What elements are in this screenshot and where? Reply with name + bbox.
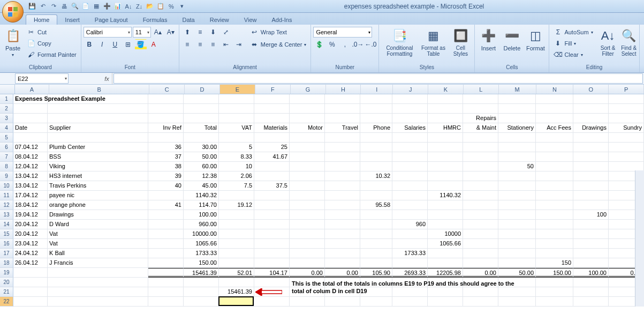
cell-B5[interactable]	[48, 133, 148, 143]
cell-N13[interactable]	[536, 210, 573, 220]
cell-J6[interactable]	[392, 143, 428, 152]
cell-P1[interactable]	[609, 94, 644, 104]
cell-O19[interactable]: 100.00	[573, 268, 609, 278]
cell-H18[interactable]	[325, 258, 360, 268]
cell-F7[interactable]: 41.67	[254, 152, 290, 162]
cell-H10[interactable]	[325, 181, 360, 191]
cell-L10[interactable]	[463, 181, 498, 191]
cell-A7[interactable]: 08.04.12	[13, 152, 48, 162]
cell-A21[interactable]	[13, 287, 48, 297]
cell-D2[interactable]	[184, 104, 219, 114]
cell-F18[interactable]	[254, 258, 290, 268]
cell-K6[interactable]	[428, 143, 463, 152]
cell-H4[interactable]: Travel	[325, 123, 360, 133]
cell-L19[interactable]: 0.00	[463, 268, 498, 278]
cell-M19[interactable]: 50.00	[498, 268, 536, 278]
row-header-14[interactable]: 14	[0, 220, 13, 229]
cell-F8[interactable]	[254, 162, 290, 171]
cell-J4[interactable]: Salaries	[392, 123, 428, 133]
cell-D14[interactable]: 960.00	[184, 220, 219, 229]
cell-H8[interactable]	[325, 162, 360, 171]
cell-H12[interactable]	[325, 200, 360, 210]
redo-icon[interactable]: ↷	[49, 2, 58, 11]
cell-E13[interactable]	[219, 210, 254, 220]
cell-A5[interactable]	[13, 133, 48, 143]
cell-C2[interactable]	[148, 104, 184, 114]
cell-F17[interactable]	[254, 249, 290, 258]
cell-H5[interactable]	[325, 133, 360, 143]
cell-B17[interactable]: K Ball	[48, 249, 148, 258]
cell-M15[interactable]	[498, 229, 536, 239]
cell-I18[interactable]	[360, 258, 392, 268]
cell-L9[interactable]	[463, 171, 498, 181]
row-header-2[interactable]: 2	[0, 104, 13, 114]
cell-M9[interactable]	[498, 171, 536, 181]
border-button[interactable]: ⊞	[122, 39, 134, 50]
cell-O10[interactable]	[573, 181, 609, 191]
sort-desc-icon[interactable]: Z↓	[135, 2, 143, 11]
print-icon[interactable]: 🖶	[60, 2, 69, 11]
align-right-button[interactable]: ≡	[207, 39, 219, 50]
cell-M14[interactable]	[498, 220, 536, 229]
cell-G12[interactable]	[290, 200, 325, 210]
formula-input[interactable]	[113, 73, 643, 84]
cell-I3[interactable]	[360, 114, 392, 123]
tab-view[interactable]: View	[237, 15, 264, 25]
cell-L18[interactable]	[463, 258, 498, 268]
format-cells-button[interactable]: ◫Format	[524, 27, 547, 62]
cell-I6[interactable]	[360, 143, 392, 152]
column-header-K[interactable]: K	[428, 85, 464, 94]
cell-H16[interactable]	[325, 239, 360, 249]
cell-J5[interactable]	[392, 133, 428, 143]
select-all-corner[interactable]	[0, 85, 15, 94]
underline-button[interactable]: U	[109, 39, 121, 50]
cell-K1[interactable]	[428, 94, 463, 104]
cell-K15[interactable]: 10000	[428, 229, 463, 239]
cell-H6[interactable]	[325, 143, 360, 152]
name-box[interactable]: E22	[15, 73, 69, 84]
cell-M8[interactable]: 50	[498, 162, 536, 171]
cell-K17[interactable]	[428, 249, 463, 258]
cell-L5[interactable]	[463, 133, 498, 143]
cell-C19[interactable]	[148, 268, 184, 278]
cell-A1[interactable]: Expenses Spreadsheet Example	[13, 94, 48, 104]
cell-F6[interactable]: 25	[254, 143, 290, 152]
row-header-20[interactable]: 20	[0, 278, 13, 287]
cell-H9[interactable]	[325, 171, 360, 181]
cell-P7[interactable]	[609, 152, 644, 162]
cell-K7[interactable]	[428, 152, 463, 162]
cell-P2[interactable]	[609, 104, 644, 114]
cell-B9[interactable]: HS3 internet	[48, 171, 148, 181]
find-select-button[interactable]: 🔍Find & Select	[621, 27, 637, 62]
cell-J19[interactable]: 2693.33	[392, 268, 428, 278]
cell-O13[interactable]: 100	[573, 210, 609, 220]
cell-N12[interactable]	[536, 200, 573, 210]
column-header-N[interactable]: N	[536, 85, 574, 94]
cell-B6[interactable]: Plumb Center	[48, 143, 148, 152]
cell-H22[interactable]	[325, 297, 360, 307]
cell-K11[interactable]: 1140.32	[428, 191, 463, 200]
cell-G14[interactable]	[290, 220, 325, 229]
cell-I22[interactable]	[360, 297, 392, 307]
row-header-10[interactable]: 10	[0, 181, 13, 191]
cell-F19[interactable]: 104.17	[254, 268, 290, 278]
cell-O16[interactable]	[573, 239, 609, 249]
vertical-scrollbar[interactable]	[635, 170, 644, 307]
cell-B7[interactable]: BSS	[48, 152, 148, 162]
italic-button[interactable]: I	[96, 39, 108, 50]
cell-G16[interactable]	[290, 239, 325, 249]
column-header-I[interactable]: I	[361, 85, 393, 94]
cell-I13[interactable]	[360, 210, 392, 220]
cut-button[interactable]: ✂Cut	[25, 27, 79, 38]
cell-B21[interactable]	[48, 287, 148, 297]
cell-E9[interactable]: 2.06	[219, 171, 254, 181]
cell-F11[interactable]	[254, 191, 290, 200]
cell-B18[interactable]: J Francis	[48, 258, 148, 268]
cell-D8[interactable]: 60.00	[184, 162, 219, 171]
fill-button[interactable]: ⬇Fill▾	[551, 38, 595, 49]
undo-icon[interactable]: ↶	[39, 2, 47, 11]
row-header-1[interactable]: 1	[0, 94, 13, 104]
column-header-L[interactable]: L	[464, 85, 499, 94]
cell-K5[interactable]	[428, 133, 463, 143]
cell-O2[interactable]	[573, 104, 609, 114]
